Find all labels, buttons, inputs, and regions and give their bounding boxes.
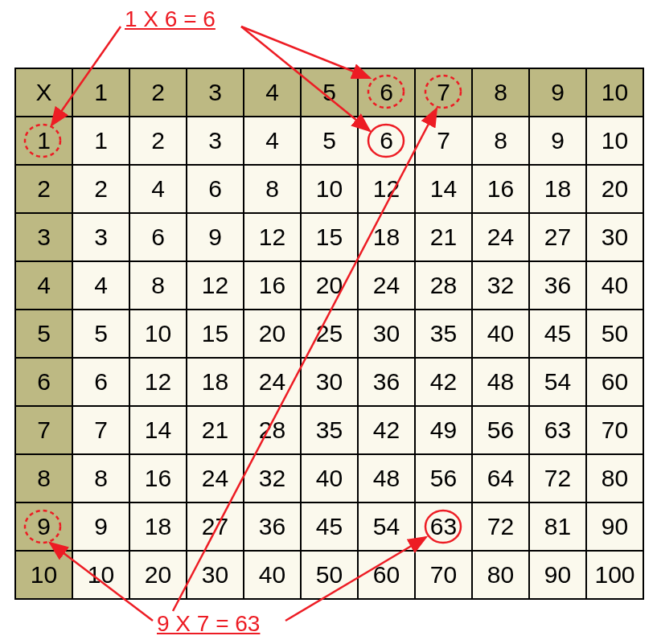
data-cell: 54	[358, 502, 415, 551]
col-header: 5	[301, 68, 358, 117]
col-header: 2	[129, 68, 187, 117]
col-header: 8	[472, 68, 529, 117]
row-header: 6	[15, 358, 72, 406]
data-cell: 24	[472, 213, 529, 261]
row-header: 9	[15, 502, 72, 551]
data-cell: 50	[586, 310, 643, 358]
col-header: 10	[586, 68, 643, 117]
data-cell: 6	[72, 358, 129, 406]
data-cell: 35	[415, 310, 472, 358]
data-cell: 48	[472, 358, 529, 406]
row-header: 2	[15, 165, 72, 213]
col-header: 9	[529, 68, 586, 117]
data-cell: 3	[187, 117, 244, 165]
data-cell: 24	[244, 358, 301, 406]
data-cell: 28	[415, 261, 472, 310]
data-cell: 18	[529, 165, 586, 213]
col-header: 3	[187, 68, 244, 117]
data-cell: 20	[301, 261, 358, 310]
data-cell: 27	[529, 213, 586, 261]
data-cell: 21	[187, 406, 244, 454]
data-cell: 9	[72, 502, 129, 551]
data-cell: 10	[301, 165, 358, 213]
data-cell: 45	[529, 310, 586, 358]
data-cell: 6	[187, 165, 244, 213]
data-cell: 81	[529, 502, 586, 551]
data-cell: 63	[415, 502, 472, 551]
data-cell: 21	[415, 213, 472, 261]
row-header: 3	[15, 213, 72, 261]
data-cell: 20	[244, 310, 301, 358]
data-cell: 3	[72, 213, 129, 261]
data-cell: 70	[415, 551, 472, 599]
data-cell: 5	[301, 117, 358, 165]
col-header: 7	[415, 68, 472, 117]
data-cell: 10	[129, 310, 187, 358]
data-cell: 35	[301, 406, 358, 454]
data-cell: 6	[129, 213, 187, 261]
data-cell: 42	[358, 406, 415, 454]
data-cell: 16	[129, 454, 187, 502]
data-cell: 9	[529, 117, 586, 165]
data-cell: 24	[187, 454, 244, 502]
data-cell: 20	[586, 165, 643, 213]
data-cell: 14	[129, 406, 187, 454]
data-cell: 1	[72, 117, 129, 165]
data-cell: 4	[72, 261, 129, 310]
data-cell: 56	[472, 406, 529, 454]
data-cell: 12	[129, 358, 187, 406]
data-cell: 49	[415, 406, 472, 454]
corner-cell: X	[15, 68, 72, 117]
data-cell: 12	[244, 213, 301, 261]
data-cell: 40	[472, 310, 529, 358]
data-cell: 90	[529, 551, 586, 599]
data-cell: 18	[358, 213, 415, 261]
diagram-container: 1 X 6 = 6 X12345678910112345678910224681…	[0, 0, 657, 644]
data-cell: 7	[72, 406, 129, 454]
data-cell: 80	[472, 551, 529, 599]
data-cell: 60	[358, 551, 415, 599]
data-cell: 2	[129, 117, 187, 165]
data-cell: 14	[415, 165, 472, 213]
data-cell: 15	[187, 310, 244, 358]
data-cell: 2	[72, 165, 129, 213]
data-cell: 20	[129, 551, 187, 599]
data-cell: 36	[529, 261, 586, 310]
data-cell: 40	[244, 551, 301, 599]
data-cell: 80	[586, 454, 643, 502]
data-cell: 70	[586, 406, 643, 454]
row-header: 7	[15, 406, 72, 454]
row-header: 5	[15, 310, 72, 358]
row-header: 8	[15, 454, 72, 502]
data-cell: 60	[586, 358, 643, 406]
data-cell: 50	[301, 551, 358, 599]
data-cell: 25	[301, 310, 358, 358]
data-cell: 42	[415, 358, 472, 406]
data-cell: 40	[301, 454, 358, 502]
data-cell: 28	[244, 406, 301, 454]
data-cell: 12	[358, 165, 415, 213]
data-cell: 24	[358, 261, 415, 310]
data-cell: 6	[358, 117, 415, 165]
data-cell: 8	[472, 117, 529, 165]
row-header: 1	[15, 117, 72, 165]
col-header: 1	[72, 68, 129, 117]
data-cell: 36	[244, 502, 301, 551]
data-cell: 7	[415, 117, 472, 165]
data-cell: 72	[472, 502, 529, 551]
col-header: 4	[244, 68, 301, 117]
multiplication-table-wrap: X123456789101123456789102246810121416182…	[14, 68, 644, 600]
data-cell: 5	[72, 310, 129, 358]
data-cell: 8	[72, 454, 129, 502]
data-cell: 32	[472, 261, 529, 310]
data-cell: 15	[301, 213, 358, 261]
data-cell: 63	[529, 406, 586, 454]
data-cell: 12	[187, 261, 244, 310]
data-cell: 18	[129, 502, 187, 551]
data-cell: 30	[586, 213, 643, 261]
data-cell: 27	[187, 502, 244, 551]
multiplication-table: X123456789101123456789102246810121416182…	[14, 68, 644, 600]
data-cell: 9	[187, 213, 244, 261]
data-cell: 40	[586, 261, 643, 310]
data-cell: 56	[415, 454, 472, 502]
